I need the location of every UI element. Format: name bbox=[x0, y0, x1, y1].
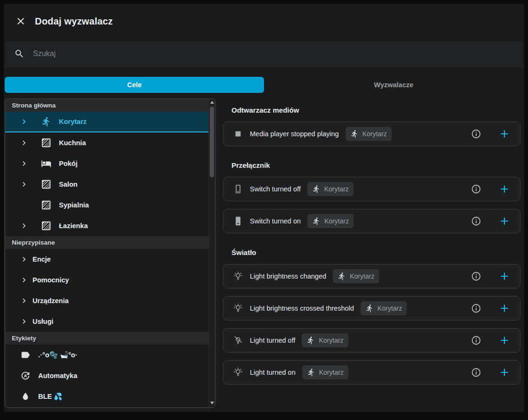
add-trigger-button[interactable] bbox=[498, 215, 511, 227]
bed-icon bbox=[41, 158, 51, 169]
plus-icon bbox=[498, 215, 511, 227]
target-chip-label: Korytarz bbox=[324, 217, 349, 225]
trigger-label: Switch turned off bbox=[250, 185, 301, 193]
trigger-card[interactable]: Media player stopped playingKorytarz bbox=[223, 122, 520, 146]
sidebar-item-label: Łazienka bbox=[59, 222, 88, 230]
sidebar-item-lazienka[interactable]: Łazienka bbox=[5, 215, 209, 236]
target-chip: Korytarz bbox=[361, 301, 407, 315]
target-chip: Korytarz bbox=[307, 182, 354, 196]
sidebar-item-pokoj[interactable]: Pokój bbox=[5, 153, 209, 174]
add-trigger-button[interactable] bbox=[498, 270, 511, 282]
trigger-label: Light brightness crossed threshold bbox=[250, 305, 354, 312]
chevron-right-icon[interactable] bbox=[19, 317, 29, 326]
add-trigger-dialog: Dodaj wyzwalacz Cele Wyzwalacze Strona g… bbox=[4, 4, 524, 412]
info-button[interactable] bbox=[471, 129, 481, 139]
targets-tree-panel: Strona głównaKorytarzKuchniaPokójSalonSy… bbox=[5, 99, 215, 408]
trigger-group-header: Przełącznik bbox=[231, 161, 520, 169]
walk-icon bbox=[365, 304, 374, 313]
sidebar-item-sypialnia[interactable]: Sypialnia bbox=[5, 195, 209, 215]
trigger-card[interactable]: Switch turned onKorytarz bbox=[223, 209, 520, 233]
sidebar-item-label: Automatyka bbox=[38, 372, 77, 379]
target-chip: Korytarz bbox=[333, 269, 379, 283]
trigger-group-header: Światło bbox=[231, 248, 520, 256]
walk-icon bbox=[306, 336, 315, 345]
brightness-icon bbox=[233, 271, 243, 281]
sidebar-item-label: Kuchnia bbox=[59, 139, 86, 147]
information-icon bbox=[471, 335, 481, 346]
chevron-right-icon[interactable] bbox=[19, 180, 29, 189]
sidebar-item-label: BLE 💦 bbox=[38, 393, 62, 401]
plus-icon bbox=[498, 366, 511, 379]
sidebar-item-korytarz[interactable]: Korytarz bbox=[5, 112, 209, 132]
trigger-card[interactable]: Light brightness crossed thresholdKoryta… bbox=[223, 296, 520, 321]
sidebar-item-ble[interactable]: BLE 💦 bbox=[5, 386, 209, 407]
area-icon bbox=[41, 200, 51, 210]
chevron-right-icon[interactable] bbox=[19, 296, 29, 305]
info-button[interactable] bbox=[471, 216, 481, 226]
walk-icon bbox=[41, 116, 51, 127]
add-trigger-button[interactable] bbox=[498, 334, 511, 346]
info-button[interactable] bbox=[471, 335, 481, 346]
plus-icon bbox=[498, 334, 511, 346]
switch-on-icon bbox=[233, 216, 243, 226]
target-chip-label: Korytarz bbox=[319, 369, 344, 376]
add-trigger-button[interactable] bbox=[498, 128, 511, 140]
sidebar-item-label: Encje bbox=[33, 255, 51, 263]
sidebar-item-label: Pomocnicy bbox=[33, 276, 69, 284]
sidebar-item-label: .·°o🫧 🛁°o· bbox=[38, 351, 77, 359]
trigger-group-label: Światło bbox=[231, 248, 256, 256]
chevron-right-icon[interactable] bbox=[19, 255, 29, 264]
brightness-icon bbox=[233, 303, 243, 313]
target-chip-label: Korytarz bbox=[324, 185, 349, 193]
info-button[interactable] bbox=[471, 367, 481, 378]
section-header-label: Etykiety bbox=[12, 335, 36, 342]
chevron-right-icon[interactable] bbox=[19, 138, 29, 148]
scrollbar-thumb[interactable] bbox=[210, 107, 214, 177]
scroll-down-icon[interactable] bbox=[209, 400, 215, 406]
trigger-group-label: Odtwarzacz mediów bbox=[231, 106, 299, 114]
sidebar-scrollbar[interactable] bbox=[208, 99, 215, 407]
scroll-up-icon[interactable] bbox=[209, 99, 215, 106]
target-chip: Korytarz bbox=[302, 333, 348, 347]
sidebar-item-urzadzenia[interactable]: Urządzenia bbox=[5, 290, 209, 311]
stop-icon bbox=[233, 129, 243, 139]
target-chip-label: Korytarz bbox=[319, 337, 343, 344]
trigger-card[interactable]: Light turned onKorytarz bbox=[223, 360, 520, 385]
targets-tree: Strona głównaKorytarzKuchniaPokójSalonSy… bbox=[5, 99, 209, 407]
add-trigger-button[interactable] bbox=[498, 183, 511, 195]
add-trigger-button[interactable] bbox=[498, 302, 511, 314]
sidebar-item-uslugi[interactable]: Usługi bbox=[5, 311, 209, 332]
tab-wyzwalacze[interactable]: Wyzwalacze bbox=[264, 77, 523, 93]
plus-icon bbox=[498, 183, 511, 195]
walk-icon bbox=[307, 368, 315, 377]
chevron-right-icon[interactable] bbox=[19, 117, 29, 126]
info-button[interactable] bbox=[471, 303, 481, 313]
dialog-header: Dodaj wyzwalacz bbox=[4, 4, 524, 39]
trigger-card[interactable]: Light turned offKorytarz bbox=[223, 328, 520, 353]
info-button[interactable] bbox=[471, 184, 481, 194]
tab-cele[interactable]: Cele bbox=[5, 77, 264, 93]
sidebar-item-encje[interactable]: Encje bbox=[5, 249, 209, 270]
chevron-right-icon[interactable] bbox=[19, 159, 29, 168]
close-icon[interactable] bbox=[15, 16, 26, 27]
plus-icon bbox=[498, 270, 511, 282]
chevron-right-icon[interactable] bbox=[19, 221, 29, 231]
sidebar-item-kuchnia[interactable]: Kuchnia bbox=[5, 132, 209, 153]
trigger-group-header: Odtwarzacz mediów bbox=[231, 106, 520, 114]
walk-icon bbox=[312, 185, 321, 193]
information-icon bbox=[471, 303, 481, 313]
sidebar-item-label: Usługi bbox=[33, 318, 53, 325]
sidebar-item-pomocnicy[interactable]: Pomocnicy bbox=[5, 270, 209, 290]
information-icon bbox=[471, 271, 481, 281]
sidebar-item-o-o[interactable]: .·°o🫧 🛁°o· bbox=[5, 345, 209, 365]
walk-icon bbox=[350, 130, 359, 138]
trigger-card[interactable]: Switch turned offKorytarz bbox=[223, 177, 520, 201]
sidebar-item-salon[interactable]: Salon bbox=[5, 174, 209, 195]
search-input[interactable] bbox=[32, 49, 514, 58]
add-trigger-button[interactable] bbox=[498, 366, 511, 379]
trigger-label: Media player stopped playing bbox=[250, 130, 339, 138]
sidebar-item-automatyka[interactable]: Automatyka bbox=[5, 365, 209, 386]
info-button[interactable] bbox=[471, 271, 481, 281]
chevron-right-icon[interactable] bbox=[19, 275, 29, 285]
trigger-card[interactable]: Light brightness changedKorytarz bbox=[223, 264, 520, 288]
